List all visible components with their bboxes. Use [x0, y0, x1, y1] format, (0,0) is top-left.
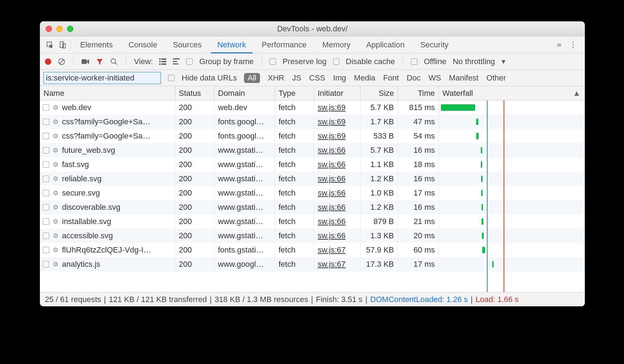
filter-type-js[interactable]: JS	[292, 73, 301, 83]
request-name: reliable.svg	[62, 174, 102, 183]
col-size[interactable]: Size	[360, 86, 398, 100]
filter-toolbar: Hide data URLs AllXHRJSCSSImgMediaFontDo…	[40, 70, 585, 86]
waterfall-cell	[439, 243, 585, 257]
row-checkbox[interactable]	[43, 119, 49, 125]
request-domain: www.gstati…	[214, 157, 275, 172]
filter-type-doc[interactable]: Doc	[407, 73, 421, 83]
throttling-dropdown-icon[interactable]: ▾	[501, 57, 505, 66]
request-time: 16 ms	[398, 200, 439, 214]
tab-application[interactable]: Application	[358, 36, 412, 53]
clear-icon[interactable]	[58, 58, 66, 66]
row-checkbox[interactable]	[43, 233, 49, 239]
table-row[interactable]: ⚙css?family=Google+Sa…200fonts.googl…fet…	[40, 129, 585, 143]
group-by-frame-checkbox[interactable]	[186, 58, 193, 65]
tab-performance[interactable]: Performance	[254, 36, 314, 53]
disable-cache-label: Disable cache	[346, 57, 395, 66]
disable-cache-checkbox[interactable]	[333, 58, 339, 65]
request-status: 200	[175, 229, 214, 243]
svg-rect-16	[173, 63, 178, 64]
initiator-link[interactable]: sw.js:67	[318, 260, 345, 269]
request-type: fetch	[275, 200, 314, 214]
col-time[interactable]: Time	[398, 86, 439, 100]
filter-icon[interactable]	[96, 58, 104, 66]
request-time: 18 ms	[398, 157, 439, 172]
record-button[interactable]	[45, 58, 51, 65]
tab-memory[interactable]: Memory	[314, 36, 358, 53]
tab-console[interactable]: Console	[121, 36, 165, 53]
initiator-link[interactable]: sw.js:66	[318, 174, 345, 183]
col-name[interactable]: Name	[40, 86, 175, 100]
col-waterfall[interactable]: Waterfall▲	[439, 86, 585, 100]
table-row[interactable]: ⚙css?family=Google+Sa…200fonts.googl…fet…	[40, 115, 585, 129]
initiator-link[interactable]: sw.js:67	[318, 245, 345, 255]
row-checkbox[interactable]	[43, 190, 49, 196]
tab-network[interactable]: Network	[209, 36, 254, 53]
hide-data-urls-checkbox[interactable]	[168, 75, 175, 81]
tab-elements[interactable]: Elements	[72, 36, 121, 53]
request-domain: fonts.gstati…	[214, 243, 275, 257]
tab-security[interactable]: Security	[412, 36, 456, 53]
filter-type-all[interactable]: All	[244, 73, 260, 83]
table-row[interactable]: ⚙fast.svg200www.gstati…fetchsw.js:661.1 …	[40, 157, 585, 172]
table-row[interactable]: ⚙analytics.js200www.googl…fetchsw.js:671…	[40, 257, 585, 271]
initiator-link[interactable]: sw.js:69	[318, 117, 345, 126]
table-row[interactable]: ⚙secure.svg200www.gstati…fetchsw.js:661.…	[40, 186, 585, 200]
table-row[interactable]: ⚙reliable.svg200www.gstati…fetchsw.js:66…	[40, 172, 585, 186]
filter-type-media[interactable]: Media	[354, 73, 375, 83]
request-time: 17 ms	[398, 257, 439, 271]
camera-icon[interactable]	[82, 58, 89, 65]
row-checkbox[interactable]	[43, 261, 49, 267]
row-checkbox[interactable]	[43, 104, 49, 111]
filter-type-xhr[interactable]: XHR	[268, 73, 284, 83]
table-row[interactable]: ⚙future_web.svg200www.gstati…fetchsw.js:…	[40, 143, 585, 157]
device-toggle-icon[interactable]	[56, 41, 69, 49]
search-icon[interactable]	[110, 58, 118, 66]
initiator-link[interactable]: sw.js:66	[318, 188, 345, 198]
request-size: 1.3 KB	[360, 229, 398, 243]
col-domain[interactable]: Domain	[214, 86, 275, 100]
throttling-select[interactable]: No throttling	[453, 57, 495, 66]
large-rows-icon[interactable]	[159, 58, 166, 65]
service-worker-icon: ⚙	[53, 132, 58, 140]
filter-type-img[interactable]: Img	[333, 73, 346, 83]
initiator-link[interactable]: sw.js:66	[318, 231, 345, 240]
row-checkbox[interactable]	[43, 176, 49, 182]
col-initiator[interactable]: Initiator	[314, 86, 360, 100]
inspect-icon[interactable]	[43, 41, 56, 49]
col-status[interactable]: Status	[175, 86, 214, 100]
row-checkbox[interactable]	[43, 247, 49, 253]
overview-icon[interactable]	[173, 58, 180, 65]
table-row[interactable]: ⚙discoverable.svg200www.gstati…fetchsw.j…	[40, 200, 585, 214]
preserve-log-checkbox[interactable]	[270, 58, 276, 65]
initiator-link[interactable]: sw.js:66	[318, 203, 345, 212]
filter-type-manifest[interactable]: Manifest	[449, 73, 478, 83]
row-checkbox[interactable]	[43, 133, 49, 139]
filter-type-css[interactable]: CSS	[309, 73, 325, 83]
initiator-link[interactable]: sw.js:69	[318, 131, 345, 141]
more-tabs-icon[interactable]: »	[557, 40, 561, 50]
initiator-link[interactable]: sw.js:66	[318, 160, 345, 169]
table-row[interactable]: ⚙installable.svg200www.gstati…fetchsw.js…	[40, 214, 585, 229]
request-type: fetch	[275, 143, 314, 157]
filter-type-ws[interactable]: WS	[428, 73, 441, 83]
row-checkbox[interactable]	[43, 147, 49, 154]
table-row[interactable]: ⚙flUhRq6tzZclQEJ-Vdg-I…200fonts.gstati…f…	[40, 243, 585, 257]
row-checkbox[interactable]	[43, 161, 49, 168]
col-type[interactable]: Type	[275, 86, 314, 100]
filter-input[interactable]	[43, 72, 161, 84]
filter-type-font[interactable]: Font	[383, 73, 399, 83]
tab-sources[interactable]: Sources	[165, 36, 209, 53]
service-worker-icon: ⚙	[53, 118, 58, 126]
table-row[interactable]: ⚙web.dev200web.devfetchsw.js:695.7 KB815…	[40, 100, 585, 115]
offline-checkbox[interactable]	[411, 58, 417, 65]
initiator-link[interactable]: sw.js:69	[318, 103, 345, 112]
table-row[interactable]: ⚙accessible.svg200www.gstati…fetchsw.js:…	[40, 229, 585, 243]
window-title: DevTools - web.dev/	[40, 24, 585, 33]
filter-type-other[interactable]: Other	[487, 73, 506, 83]
row-checkbox[interactable]	[43, 204, 49, 210]
initiator-link[interactable]: sw.js:66	[318, 146, 345, 155]
initiator-link[interactable]: sw.js:66	[318, 217, 345, 226]
row-checkbox[interactable]	[43, 218, 49, 225]
kebab-menu-icon[interactable]: ⋮	[569, 40, 577, 50]
waterfall-cell	[439, 100, 585, 115]
